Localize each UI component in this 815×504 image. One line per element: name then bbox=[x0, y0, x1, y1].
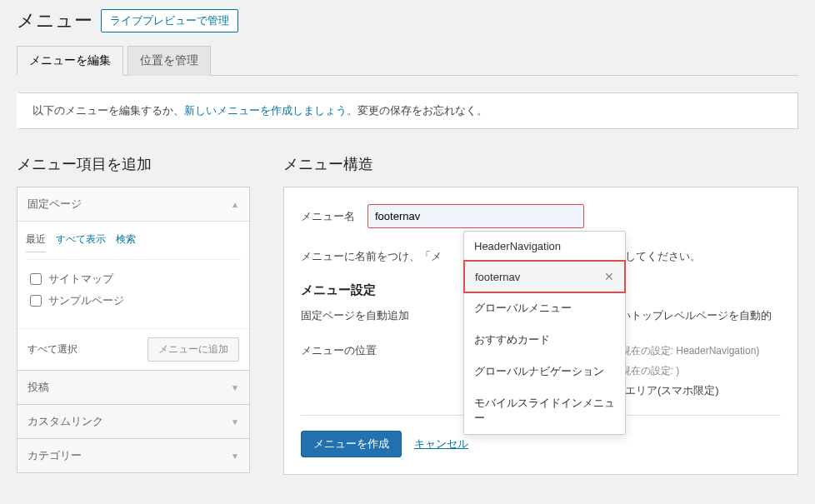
menu-name-input[interactable] bbox=[368, 204, 584, 228]
autocomplete-dropdown: HeaderNavigation footernav ✕ グローバルメニュー お… bbox=[463, 231, 626, 435]
accordion-label: 投稿 bbox=[28, 380, 49, 395]
autocomplete-label: footernav bbox=[475, 271, 520, 283]
page-label: サイトマップ bbox=[48, 272, 113, 287]
page-label: サンプルページ bbox=[48, 293, 124, 308]
menu-panel: メニュー名 HeaderNavigation footernav ✕ グローバル… bbox=[283, 187, 798, 475]
page-checkbox[interactable] bbox=[30, 273, 42, 285]
desc-text-after: してください。 bbox=[625, 249, 701, 264]
create-menu-button[interactable]: メニューを作成 bbox=[301, 431, 402, 457]
subtab-recent[interactable]: 最近 bbox=[26, 232, 46, 252]
autocomplete-label: グローバルナビゲーション bbox=[474, 364, 604, 379]
page-title: メニュー bbox=[17, 8, 92, 33]
accordion-label: カテゴリー bbox=[28, 448, 82, 463]
subtab-all[interactable]: すべて表示 bbox=[56, 232, 106, 252]
chevron-up-icon: ▲ bbox=[231, 200, 239, 209]
autocomplete-label: おすすめカード bbox=[474, 332, 550, 347]
add-to-menu-button[interactable]: メニューに追加 bbox=[148, 337, 239, 362]
autocomplete-item[interactable]: HeaderNavigation bbox=[464, 232, 625, 261]
cancel-link[interactable]: キャンセル bbox=[414, 437, 468, 452]
desc-text-before: メニューに名前をつけ、「メ bbox=[301, 249, 442, 264]
autocomplete-item[interactable]: グローバルメニュー bbox=[464, 292, 625, 324]
autocomplete-label: モバイルスライドインメニュー bbox=[474, 396, 615, 426]
menu-structure-heading: メニュー構造 bbox=[283, 154, 798, 174]
select-all-link[interactable]: すべて選択 bbox=[28, 342, 78, 357]
location-note: (現在の設定: ) bbox=[618, 365, 680, 377]
autocomplete-item[interactable]: モバイルスライドインメニュー bbox=[464, 387, 625, 434]
subtab-search[interactable]: 検索 bbox=[116, 232, 136, 252]
menu-name-label: メニュー名 bbox=[301, 209, 355, 224]
accordion-section-pages[interactable]: 固定ページ ▲ bbox=[18, 187, 249, 221]
nav-tabs: メニューを編集 位置を管理 bbox=[17, 46, 798, 76]
tab-edit-menus[interactable]: メニューを編集 bbox=[17, 46, 123, 76]
menu-location-label: メニューの位置 bbox=[301, 343, 434, 358]
accordion-body-pages: 最近 すべて表示 検索 サイトマップ サンプルページ bbox=[18, 221, 249, 370]
autocomplete-label: HeaderNavigation bbox=[474, 240, 561, 252]
chevron-down-icon: ▼ bbox=[231, 417, 239, 427]
create-new-menu-link[interactable]: 新しいメニューを作成しましょう bbox=[184, 104, 347, 117]
add-items-heading: メニュー項目を追加 bbox=[17, 154, 250, 174]
accordion: 固定ページ ▲ 最近 すべて表示 検索 サイトマップ bbox=[17, 187, 250, 473]
autocomplete-item-selected[interactable]: footernav ✕ bbox=[463, 260, 626, 293]
autocomplete-item[interactable]: グローバルナビゲーション bbox=[464, 356, 625, 387]
autocomplete-label: グローバルメニュー bbox=[474, 301, 572, 316]
accordion-section-posts[interactable]: 投稿 ▼ bbox=[18, 370, 249, 404]
auto-add-label: 固定ページを自動追加 bbox=[301, 308, 434, 323]
accordion-section-categories[interactable]: カテゴリー ▼ bbox=[18, 438, 249, 472]
live-preview-button[interactable]: ライブプレビューで管理 bbox=[101, 9, 238, 32]
chevron-down-icon: ▼ bbox=[231, 383, 239, 392]
chevron-down-icon: ▼ bbox=[231, 452, 239, 461]
page-item-sample[interactable]: サンプルページ bbox=[30, 290, 237, 312]
notice-text-before: 以下のメニューを編集するか、 bbox=[32, 104, 184, 117]
page-item-sitemap[interactable]: サイトマップ bbox=[30, 268, 237, 290]
autocomplete-item[interactable]: おすすめカード bbox=[464, 324, 625, 356]
accordion-label: カスタムリンク bbox=[28, 414, 103, 429]
notice: 以下のメニューを編集するか、新しいメニューを作成しましょう。変更の保存をお忘れな… bbox=[17, 92, 798, 129]
notice-text-after: 。変更の保存をお忘れなく。 bbox=[347, 104, 488, 117]
location-note: (現在の設定: HeaderNavigation) bbox=[618, 345, 760, 357]
tab-manage-locations[interactable]: 位置を管理 bbox=[128, 46, 211, 76]
accordion-label: 固定ページ bbox=[28, 197, 82, 212]
close-icon[interactable]: ✕ bbox=[604, 270, 614, 283]
accordion-section-custom-links[interactable]: カスタムリンク ▼ bbox=[18, 404, 249, 438]
page-checkbox[interactable] bbox=[30, 295, 42, 307]
